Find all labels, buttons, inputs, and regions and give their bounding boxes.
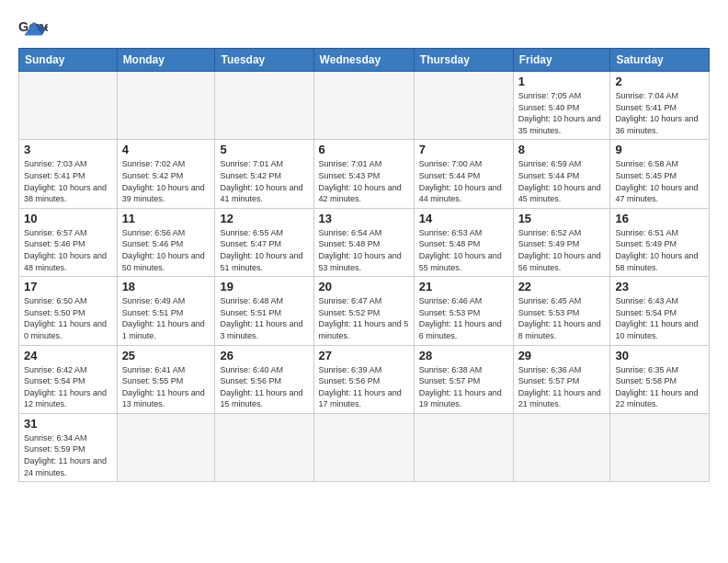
day-number: 17 — [24, 280, 112, 293]
calendar-cell: 26Sunrise: 6:40 AMSunset: 5:56 PMDayligh… — [215, 345, 313, 413]
calendar-cell: 14Sunrise: 6:53 AMSunset: 5:48 PMDayligh… — [414, 208, 513, 276]
day-info: Sunrise: 6:35 AMSunset: 5:58 PMDaylight:… — [615, 364, 704, 410]
calendar-cell: 1Sunrise: 7:05 AMSunset: 5:40 PMDaylight… — [513, 72, 610, 140]
week-row-6: 31Sunrise: 6:34 AMSunset: 5:59 PMDayligh… — [19, 413, 710, 481]
week-row-1: 1Sunrise: 7:05 AMSunset: 5:40 PMDaylight… — [19, 72, 710, 140]
day-number: 21 — [419, 280, 508, 293]
day-number: 29 — [518, 349, 606, 362]
calendar-cell: 22Sunrise: 6:45 AMSunset: 5:53 PMDayligh… — [513, 277, 610, 345]
calendar-cell: 9Sunrise: 6:58 AMSunset: 5:45 PMDaylight… — [610, 140, 710, 208]
day-info: Sunrise: 7:01 AMSunset: 5:42 PMDaylight:… — [220, 158, 308, 204]
day-number: 8 — [518, 143, 606, 156]
calendar-cell: 28Sunrise: 6:38 AMSunset: 5:57 PMDayligh… — [414, 345, 513, 413]
day-number: 13 — [319, 212, 409, 225]
day-info: Sunrise: 6:34 AMSunset: 5:59 PMDaylight:… — [24, 432, 112, 478]
calendar-cell: 12Sunrise: 6:55 AMSunset: 5:47 PMDayligh… — [215, 208, 313, 276]
logo-icon: General — [18, 15, 48, 40]
calendar-cell: 19Sunrise: 6:48 AMSunset: 5:51 PMDayligh… — [215, 277, 313, 345]
weekday-header-sunday: Sunday — [19, 49, 118, 72]
calendar-cell: 5Sunrise: 7:01 AMSunset: 5:42 PMDaylight… — [215, 140, 313, 208]
calendar-cell: 24Sunrise: 6:42 AMSunset: 5:54 PMDayligh… — [19, 345, 118, 413]
day-number: 24 — [24, 349, 112, 362]
day-number: 1 — [518, 75, 606, 88]
day-info: Sunrise: 7:02 AMSunset: 5:42 PMDaylight:… — [122, 158, 210, 204]
week-row-4: 17Sunrise: 6:50 AMSunset: 5:50 PMDayligh… — [19, 277, 710, 345]
calendar-cell: 17Sunrise: 6:50 AMSunset: 5:50 PMDayligh… — [19, 277, 118, 345]
day-number: 31 — [24, 417, 112, 431]
calendar-cell: 31Sunrise: 6:34 AMSunset: 5:59 PMDayligh… — [19, 413, 118, 481]
day-info: Sunrise: 6:53 AMSunset: 5:48 PMDaylight:… — [419, 227, 508, 273]
day-number: 6 — [319, 143, 409, 156]
calendar-cell: 29Sunrise: 6:36 AMSunset: 5:57 PMDayligh… — [513, 345, 610, 413]
weekday-header-saturday: Saturday — [610, 49, 710, 72]
day-info: Sunrise: 6:57 AMSunset: 5:46 PMDaylight:… — [24, 227, 112, 273]
calendar-cell — [19, 72, 118, 140]
weekday-header-row: SundayMondayTuesdayWednesdayThursdayFrid… — [19, 49, 710, 72]
weekday-header-tuesday: Tuesday — [215, 49, 313, 72]
day-info: Sunrise: 6:54 AMSunset: 5:48 PMDaylight:… — [319, 227, 409, 273]
day-number: 20 — [319, 280, 409, 293]
calendar-cell: 21Sunrise: 6:46 AMSunset: 5:53 PMDayligh… — [414, 277, 513, 345]
calendar-cell: 23Sunrise: 6:43 AMSunset: 5:54 PMDayligh… — [610, 277, 710, 345]
day-number: 30 — [615, 349, 704, 362]
day-info: Sunrise: 6:36 AMSunset: 5:57 PMDaylight:… — [518, 364, 606, 410]
calendar-cell: 10Sunrise: 6:57 AMSunset: 5:46 PMDayligh… — [19, 208, 118, 276]
day-number: 15 — [518, 212, 606, 225]
day-info: Sunrise: 6:59 AMSunset: 5:44 PMDaylight:… — [518, 158, 606, 204]
calendar-cell: 11Sunrise: 6:56 AMSunset: 5:46 PMDayligh… — [117, 208, 215, 276]
calendar-cell: 13Sunrise: 6:54 AMSunset: 5:48 PMDayligh… — [313, 208, 414, 276]
weekday-header-monday: Monday — [117, 49, 215, 72]
day-info: Sunrise: 6:48 AMSunset: 5:51 PMDaylight:… — [220, 295, 308, 341]
day-number: 14 — [419, 212, 508, 225]
calendar-cell: 6Sunrise: 7:01 AMSunset: 5:43 PMDaylight… — [313, 140, 414, 208]
calendar-cell: 20Sunrise: 6:47 AMSunset: 5:52 PMDayligh… — [313, 277, 414, 345]
day-info: Sunrise: 6:52 AMSunset: 5:49 PMDaylight:… — [518, 227, 606, 273]
calendar-cell — [414, 413, 513, 481]
day-number: 19 — [220, 280, 308, 293]
day-number: 2 — [615, 75, 704, 88]
day-number: 22 — [518, 280, 606, 293]
calendar-cell: 25Sunrise: 6:41 AMSunset: 5:55 PMDayligh… — [117, 345, 215, 413]
calendar-cell: 18Sunrise: 6:49 AMSunset: 5:51 PMDayligh… — [117, 277, 215, 345]
day-info: Sunrise: 7:03 AMSunset: 5:41 PMDaylight:… — [24, 158, 112, 204]
day-info: Sunrise: 6:45 AMSunset: 5:53 PMDaylight:… — [518, 295, 606, 341]
day-info: Sunrise: 6:49 AMSunset: 5:51 PMDaylight:… — [122, 295, 210, 341]
day-info: Sunrise: 6:47 AMSunset: 5:52 PMDaylight:… — [319, 295, 409, 341]
calendar-cell: 4Sunrise: 7:02 AMSunset: 5:42 PMDaylight… — [117, 140, 215, 208]
calendar-cell: 3Sunrise: 7:03 AMSunset: 5:41 PMDaylight… — [19, 140, 118, 208]
weekday-header-thursday: Thursday — [414, 49, 513, 72]
calendar-cell — [117, 72, 215, 140]
day-number: 28 — [419, 349, 508, 362]
calendar-cell: 8Sunrise: 6:59 AMSunset: 5:44 PMDaylight… — [513, 140, 610, 208]
calendar-cell — [313, 72, 414, 140]
day-info: Sunrise: 6:50 AMSunset: 5:50 PMDaylight:… — [24, 295, 112, 341]
day-number: 23 — [615, 280, 704, 293]
day-number: 3 — [24, 143, 112, 156]
page: General SundayMondayTuesdayWednesdayThur… — [0, 0, 728, 563]
day-number: 9 — [615, 143, 704, 156]
day-info: Sunrise: 6:38 AMSunset: 5:57 PMDaylight:… — [419, 364, 508, 410]
day-info: Sunrise: 6:58 AMSunset: 5:45 PMDaylight:… — [615, 158, 704, 204]
calendar-cell — [313, 413, 414, 481]
weekday-header-wednesday: Wednesday — [313, 49, 414, 72]
day-info: Sunrise: 6:51 AMSunset: 5:49 PMDaylight:… — [615, 227, 704, 273]
day-number: 11 — [122, 212, 210, 225]
day-info: Sunrise: 6:41 AMSunset: 5:55 PMDaylight:… — [122, 364, 210, 410]
day-number: 18 — [122, 280, 210, 293]
header: General — [18, 15, 710, 40]
calendar-cell — [414, 72, 513, 140]
calendar-cell — [117, 413, 215, 481]
calendar-cell: 27Sunrise: 6:39 AMSunset: 5:56 PMDayligh… — [313, 345, 414, 413]
day-number: 26 — [220, 349, 308, 362]
calendar-cell — [215, 72, 313, 140]
day-number: 4 — [122, 143, 210, 156]
day-info: Sunrise: 6:43 AMSunset: 5:54 PMDaylight:… — [615, 295, 704, 341]
calendar-cell — [215, 413, 313, 481]
week-row-3: 10Sunrise: 6:57 AMSunset: 5:46 PMDayligh… — [19, 208, 710, 276]
week-row-2: 3Sunrise: 7:03 AMSunset: 5:41 PMDaylight… — [19, 140, 710, 208]
day-number: 5 — [220, 143, 308, 156]
calendar-cell: 16Sunrise: 6:51 AMSunset: 5:49 PMDayligh… — [610, 208, 710, 276]
day-info: Sunrise: 7:01 AMSunset: 5:43 PMDaylight:… — [319, 158, 409, 204]
day-number: 25 — [122, 349, 210, 362]
calendar-cell: 2Sunrise: 7:04 AMSunset: 5:41 PMDaylight… — [610, 72, 710, 140]
